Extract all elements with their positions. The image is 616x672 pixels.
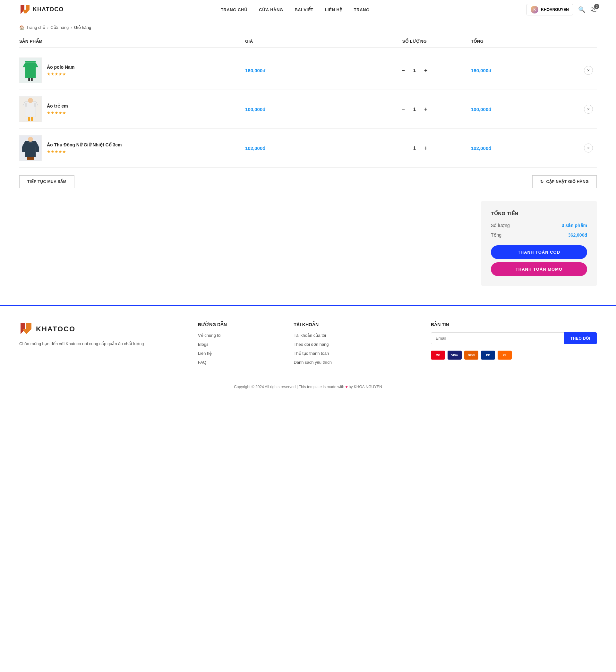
newsletter-form: THEO DÕI: [431, 332, 597, 344]
refresh-icon: ↻: [540, 179, 544, 184]
footer-link-myaccount[interactable]: Tài khoản của tôi: [294, 333, 326, 338]
svg-rect-9: [31, 78, 33, 81]
qty-increase-3[interactable]: +: [422, 143, 430, 153]
product-thumb-1: [19, 57, 42, 83]
product-info-1: Áo polo Nam ★★★★★: [19, 57, 245, 83]
summary-quantity-row: Số lượng 3 sản phẩm: [491, 223, 587, 228]
svg-rect-16: [31, 117, 33, 121]
nav-blog[interactable]: BÀI VIẾT: [295, 7, 313, 12]
breadcrumb-home-link[interactable]: Trang chủ: [26, 25, 45, 30]
svg-marker-26: [22, 329, 30, 334]
footer-account-links: Tài khoản của tôi Theo dõi đơn hàng Thủ …: [294, 332, 418, 365]
nav-page[interactable]: TRANG: [354, 7, 370, 12]
product-price-3: 102,000đ: [245, 145, 358, 151]
site-footer: KHATOCO Chào mừng bạn đến với Khatoco nơ…: [0, 305, 616, 399]
newsletter-subscribe-button[interactable]: THEO DÕI: [564, 332, 597, 344]
product-total-1: 160,000đ: [471, 68, 584, 73]
update-cart-button[interactable]: ↻ CẬP NHẬT GIỎ HÀNG: [532, 175, 597, 188]
breadcrumb-sep2: ›: [71, 25, 72, 30]
main-nav: TRANG CHỦ CỬA HÀNG BÀI VIẾT LIÊN HỆ TRAN…: [221, 7, 369, 13]
quantity-label: Số lượng: [491, 223, 510, 228]
remove-item-3[interactable]: ×: [584, 143, 593, 152]
footer-link-checkout[interactable]: Thủ tục thanh toán: [294, 351, 329, 356]
footer-link-contact[interactable]: Liên hệ: [198, 351, 212, 356]
product-details-3: Áo Thu Đông Nữ Giữ Nhiệt Cổ 3cm ★★★★★: [47, 142, 122, 154]
col-price: GIÁ: [245, 39, 358, 44]
nav-contact[interactable]: LIÊN HỆ: [325, 7, 342, 12]
footer-guide-col: ĐƯỜNG DẪN Về chúng tôi Blogs Liên hệ FAQ: [198, 322, 281, 365]
svg-rect-7: [34, 64, 36, 68]
table-row: Áo polo Nam ★★★★★ 160,000đ − 1 + 160,000…: [19, 51, 597, 90]
product-info-3: Áo Thu Đông Nữ Giữ Nhiệt Cổ 3cm ★★★★★: [19, 135, 245, 161]
footer-description: Chào mừng bạn đến với Khatoco nơi cung c…: [19, 341, 185, 348]
footer-link-blogs[interactable]: Blogs: [198, 342, 209, 347]
product-price-2: 100,000đ: [245, 107, 358, 112]
cart-button[interactable]: 🛍 3: [590, 6, 597, 13]
heart-icon: ♥: [345, 385, 348, 389]
cart-table-header: SẢN PHẨM GIÁ SỐ LƯỢNG TỔNG: [19, 39, 597, 48]
breadcrumb: 🏠 Trang chủ › Cửa hàng › Giỏ hàng: [0, 19, 616, 36]
remove-item-2[interactable]: ×: [584, 105, 593, 114]
payment-icons: MC VISA DISC PP CI: [431, 351, 597, 360]
site-header: KHATOCO TRANG CHỦ CỬA HÀNG BÀI VIẾT LIÊN…: [0, 0, 616, 19]
payment-icon-cirrus: CI: [498, 351, 512, 360]
pay-momo-button[interactable]: THANH TOÁN MOMO: [491, 262, 587, 276]
footer-account-title: TÀI KHOẢN: [294, 322, 418, 327]
product-details-2: Áo trẻ em ★★★★★: [47, 103, 68, 115]
product-stars-3: ★★★★★: [47, 149, 122, 154]
continue-shopping-button[interactable]: TIẾP TỤC MUA SẮM: [19, 175, 74, 188]
qty-increase-1[interactable]: +: [422, 66, 430, 75]
qty-value-3: 1: [411, 145, 418, 151]
product-thumb-3: [19, 135, 42, 161]
footer-link-faq[interactable]: FAQ: [198, 360, 206, 365]
footer-brand-col: KHATOCO Chào mừng bạn đến với Khatoco nơ…: [19, 322, 185, 365]
svg-rect-19: [22, 146, 25, 152]
nav-home[interactable]: TRANG CHỦ: [221, 7, 247, 12]
svg-rect-22: [27, 157, 34, 160]
footer-link-about[interactable]: Về chúng tôi: [198, 333, 221, 338]
newsletter-email-input[interactable]: [431, 332, 564, 344]
svg-rect-20: [36, 146, 39, 152]
footer-newsletter-col: BẢN TIN THEO DÕI MC VISA DISC PP CI: [431, 322, 597, 365]
payment-icon-discover: DISC: [464, 351, 478, 360]
total-value: 362,000đ: [568, 232, 587, 237]
breadcrumb-store-link[interactable]: Cửa hàng: [50, 25, 69, 30]
product-price-1: 160,000đ: [245, 68, 358, 73]
breadcrumb-home-icon: 🏠: [19, 25, 24, 30]
payment-icon-mastercard: MC: [431, 351, 445, 360]
total-label: Tổng: [491, 232, 501, 237]
product-stars-1: ★★★★★: [47, 72, 74, 76]
remove-item-1[interactable]: ×: [584, 66, 593, 75]
product-total-3: 102,000đ: [471, 145, 584, 151]
product-total-2: 100,000đ: [471, 107, 584, 112]
payment-icon-paypal: PP: [481, 351, 495, 360]
qty-decrease-1[interactable]: −: [399, 66, 407, 75]
quantity-value: 3 sản phẩm: [562, 223, 587, 228]
product-name-3: Áo Thu Đông Nữ Giữ Nhiệt Cổ 3cm: [47, 142, 122, 147]
user-button[interactable]: K KHOANGUYEN: [526, 4, 573, 15]
qty-decrease-3[interactable]: −: [399, 143, 407, 153]
qty-value-1: 1: [411, 68, 418, 73]
footer-newsletter-title: BẢN TIN: [431, 322, 597, 327]
qty-control-2: − 1 +: [358, 105, 471, 114]
search-button[interactable]: 🔍: [578, 6, 585, 13]
qty-control-1: − 1 +: [358, 66, 471, 75]
footer-logo-text: KHATOCO: [36, 325, 75, 333]
footer-account-col: TÀI KHOẢN Tài khoản của tôi Theo dõi đơn…: [294, 322, 418, 365]
table-row: Áo trẻ em ★★★★★ 100,000đ − 1 + 100,000đ …: [19, 90, 597, 129]
header-right: K KHOANGUYEN 🔍 🛍 3: [526, 4, 597, 15]
cart-actions: TIẾP TỤC MUA SẮM ↻ CẬP NHẬT GIỎ HÀNG: [19, 175, 597, 188]
svg-rect-15: [28, 117, 30, 121]
footer-link-wishlist[interactable]: Danh sách yêu thích: [294, 360, 332, 365]
svg-marker-24: [21, 323, 25, 334]
nav-store[interactable]: CỬA HÀNG: [259, 7, 283, 12]
footer-link-track-order[interactable]: Theo dõi đơn hàng: [294, 342, 329, 347]
logo-link[interactable]: KHATOCO: [19, 4, 64, 15]
main-content: SẢN PHẨM GIÁ SỐ LƯỢNG TỔNG: [0, 36, 616, 305]
qty-increase-2[interactable]: +: [422, 105, 430, 114]
total-title: TỔNG TIỀN: [491, 211, 587, 216]
qty-decrease-2[interactable]: −: [399, 105, 407, 114]
product-name-2: Áo trẻ em: [47, 103, 68, 108]
pay-cod-button[interactable]: THANH TOÁN COD: [491, 245, 587, 259]
avatar: K: [531, 6, 538, 13]
